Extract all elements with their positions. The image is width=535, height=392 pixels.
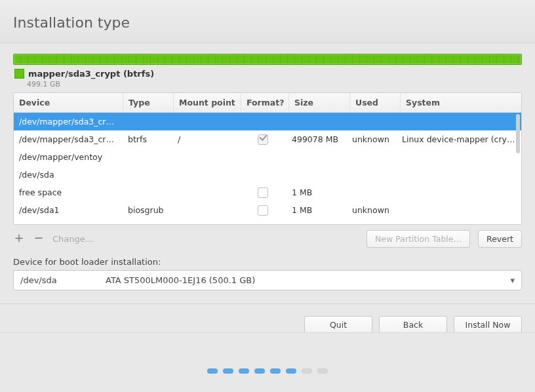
partition-toolbar: + − Change… New Partition Table… Revert bbox=[13, 230, 522, 248]
format-checkbox[interactable] bbox=[258, 205, 268, 216]
table-row[interactable]: /dev/sda bbox=[14, 166, 521, 184]
progress-dot bbox=[317, 368, 328, 374]
format-checkbox[interactable] bbox=[258, 134, 268, 145]
partition-table: Device Type Mount point Format? Size Use… bbox=[13, 92, 522, 225]
col-mountpoint[interactable]: Mount point bbox=[174, 93, 241, 112]
progress-dot bbox=[302, 368, 312, 374]
legend-swatch bbox=[14, 69, 24, 79]
legend-name: mapper/sda3_crypt (btrfs) bbox=[28, 69, 154, 79]
header: Installation type bbox=[0, 0, 535, 43]
progress-dot bbox=[223, 368, 233, 374]
col-size[interactable]: Size bbox=[289, 93, 350, 112]
bootloader-device: /dev/sda bbox=[20, 275, 106, 285]
bootloader-device-select[interactable]: /dev/sda ATA ST500LM000-1EJ16 (500.1 GB)… bbox=[13, 270, 522, 290]
change-button[interactable]: Change… bbox=[52, 234, 94, 244]
col-used[interactable]: Used bbox=[350, 93, 401, 112]
progress-dot bbox=[286, 368, 296, 374]
back-button[interactable]: Back bbox=[379, 316, 447, 334]
col-type[interactable]: Type bbox=[123, 93, 174, 112]
table-row[interactable]: /dev/sda1biosgrub1 MBunknown bbox=[14, 201, 521, 219]
table-row[interactable]: /dev/mapper/ventoy bbox=[14, 148, 521, 166]
content: mapper/sda3_crypt (btrfs) 499.1 GB Devic… bbox=[0, 43, 535, 297]
progress-dot bbox=[270, 368, 281, 374]
footer-buttons: Quit Back Install Now bbox=[0, 304, 535, 334]
col-device[interactable]: Device bbox=[14, 93, 123, 112]
disk-usage-bar bbox=[13, 54, 522, 65]
bootloader-desc: ATA ST500LM000-1EJ16 (500.1 GB) bbox=[106, 275, 255, 285]
add-partition-button[interactable]: + bbox=[13, 233, 25, 245]
revert-button[interactable]: Revert bbox=[478, 230, 522, 248]
quit-button[interactable]: Quit bbox=[304, 316, 372, 334]
bootloader-label: Device for boot loader installation: bbox=[13, 257, 522, 267]
bottom-panel bbox=[0, 332, 535, 392]
scrollbar-thumb[interactable] bbox=[516, 114, 520, 153]
progress-dot bbox=[239, 368, 249, 374]
remove-partition-button[interactable]: − bbox=[33, 233, 45, 245]
install-button[interactable]: Install Now bbox=[454, 316, 522, 334]
progress-dots bbox=[0, 368, 535, 374]
table-body[interactable]: /dev/mapper/sda3_crypt/dev/mapper/sda3_c… bbox=[14, 113, 521, 223]
col-format[interactable]: Format? bbox=[241, 93, 289, 112]
progress-dot bbox=[207, 368, 218, 374]
table-header: Device Type Mount point Format? Size Use… bbox=[14, 93, 521, 113]
table-row[interactable]: free space1 MB bbox=[14, 184, 521, 201]
installer-window: Installation type mapper/sda3_crypt (btr… bbox=[0, 0, 535, 392]
disk-legend: mapper/sda3_crypt (btrfs) bbox=[14, 69, 521, 79]
col-system[interactable]: System bbox=[401, 93, 521, 112]
legend-size: 499.1 GB bbox=[27, 80, 522, 88]
chevron-down-icon: ▾ bbox=[510, 275, 515, 285]
new-partition-table-button[interactable]: New Partition Table… bbox=[367, 230, 470, 248]
table-row[interactable]: /dev/mapper/sda3_cryptbtrfs/499078 MBunk… bbox=[14, 130, 521, 148]
page-title: Installation type bbox=[13, 14, 522, 31]
table-row[interactable]: /dev/sda2btrfs/boot1024 MBunknown bbox=[14, 219, 521, 223]
format-checkbox[interactable] bbox=[258, 187, 268, 198]
progress-dot bbox=[254, 368, 265, 374]
table-row[interactable]: /dev/mapper/sda3_crypt bbox=[14, 113, 521, 130]
